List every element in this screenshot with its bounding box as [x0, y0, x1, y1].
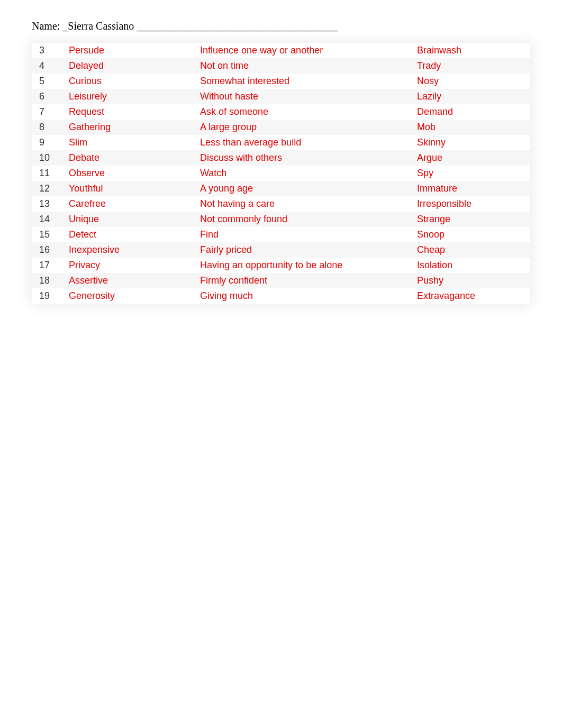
table-row: 18AssertiveFirmly confidentPushy — [32, 273, 530, 288]
row-number: 6 — [32, 91, 69, 102]
row-synonym: Brainwash — [417, 45, 530, 56]
row-definition: Influence one way or another — [200, 45, 417, 56]
row-number: 18 — [32, 275, 69, 286]
row-synonym: Nosy — [417, 76, 530, 87]
table-row: 13CarefreeNot having a careIrresponsible — [32, 196, 530, 212]
row-synonym: Demand — [417, 106, 530, 117]
row-number: 4 — [32, 60, 69, 71]
row-number: 3 — [32, 45, 69, 56]
row-word: Carefree — [69, 198, 200, 210]
row-synonym: Cheap — [417, 244, 530, 256]
row-number: 10 — [32, 152, 69, 163]
table-row: 16InexpensiveFairly pricedCheap — [32, 242, 530, 258]
row-definition: Firmly confident — [200, 275, 417, 286]
row-word: Delayed — [69, 60, 200, 71]
row-definition: Without haste — [200, 91, 417, 102]
table-row: 4DelayedNot on timeTrady — [32, 58, 530, 74]
row-definition: Not on time — [200, 60, 417, 71]
row-word: Assertive — [69, 275, 200, 286]
row-definition: Discuss with others — [200, 152, 417, 163]
table-row: 9SlimLess than average buildSkinny — [32, 135, 530, 150]
row-synonym: Spy — [417, 168, 530, 179]
row-word: Privacy — [69, 260, 200, 271]
row-synonym: Immature — [417, 183, 530, 194]
row-synonym: Strange — [417, 214, 530, 225]
row-definition: Ask of someone — [200, 106, 417, 117]
row-definition: Less than average build — [200, 137, 417, 148]
row-definition: A young age — [200, 183, 417, 194]
row-synonym: Argue — [417, 152, 530, 163]
row-number: 11 — [32, 168, 69, 179]
row-definition: Giving much — [200, 290, 417, 302]
row-word: Generosity — [69, 290, 200, 302]
name-line: Name: _Sierra Cassiano _________________… — [32, 20, 530, 32]
row-synonym: Trady — [417, 60, 530, 71]
name-value: Sierra Cassiano — [68, 20, 134, 32]
row-number: 5 — [32, 76, 69, 87]
row-definition: Find — [200, 229, 417, 240]
row-number: 12 — [32, 183, 69, 194]
row-word: Slim — [69, 137, 200, 148]
row-number: 13 — [32, 198, 69, 210]
table-row: 7RequestAsk of someoneDemand — [32, 104, 530, 120]
row-definition: Not having a care — [200, 198, 417, 210]
row-synonym: Mob — [417, 122, 530, 133]
row-definition: A large group — [200, 122, 417, 133]
row-synonym: Lazily — [417, 91, 530, 102]
table-row: 10DebateDiscuss with othersArgue — [32, 150, 530, 166]
row-word: Persude — [69, 45, 200, 56]
row-word: Request — [69, 106, 200, 117]
row-synonym: Isolation — [417, 260, 530, 271]
row-definition: Fairly priced — [200, 244, 417, 256]
row-number: 17 — [32, 260, 69, 271]
row-number: 16 — [32, 244, 69, 256]
row-number: 7 — [32, 106, 69, 117]
row-word: Inexpensive — [69, 244, 200, 256]
row-definition: Somewhat interested — [200, 76, 417, 87]
table-row: 17PrivacyHaving an opportunity to be alo… — [32, 258, 530, 273]
row-synonym: Irresponsible — [417, 198, 530, 210]
row-synonym: Pushy — [417, 275, 530, 286]
row-number: 9 — [32, 137, 69, 148]
row-word: Youthful — [69, 183, 200, 194]
row-number: 19 — [32, 290, 69, 302]
table-row: 14UniqueNot commonly foundStrange — [32, 212, 530, 227]
row-word: Unique — [69, 214, 200, 225]
row-definition: Not commonly found — [200, 214, 417, 225]
table-row: 5CuriousSomewhat interestedNosy — [32, 74, 530, 89]
word-table: 3PersudeInfluence one way or anotherBrai… — [32, 43, 530, 304]
row-definition: Watch — [200, 168, 417, 179]
row-synonym: Snoop — [417, 229, 530, 240]
row-word: Observe — [69, 168, 200, 179]
row-word: Curious — [69, 76, 200, 87]
row-synonym: Extravagance — [417, 290, 530, 302]
row-word: Detect — [69, 229, 200, 240]
table-row: 19GenerosityGiving muchExtravagance — [32, 288, 530, 304]
row-synonym: Skinny — [417, 137, 530, 148]
table-row: 11ObserveWatchSpy — [32, 166, 530, 181]
row-number: 15 — [32, 229, 69, 240]
name-label: Name: _ — [32, 20, 68, 32]
row-number: 14 — [32, 214, 69, 225]
row-definition: Having an opportunity to be alone — [200, 260, 417, 271]
table-row: 6LeisurelyWithout hasteLazily — [32, 89, 530, 104]
table-row: 8GatheringA large groupMob — [32, 120, 530, 135]
row-word: Gathering — [69, 122, 200, 133]
row-word: Debate — [69, 152, 200, 163]
table-row: 12YouthfulA young ageImmature — [32, 181, 530, 196]
name-underline: ______________________________________ — [134, 20, 338, 32]
table-row: 15DetectFindSnoop — [32, 227, 530, 242]
row-number: 8 — [32, 122, 69, 133]
table-row: 3PersudeInfluence one way or anotherBrai… — [32, 43, 530, 58]
row-word: Leisurely — [69, 91, 200, 102]
